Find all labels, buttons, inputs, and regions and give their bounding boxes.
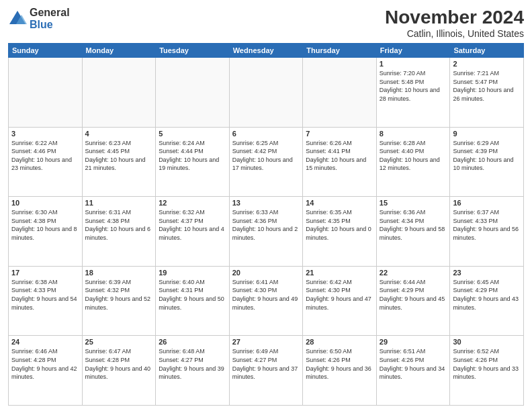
day-info: Sunrise: 6:24 AMSunset: 4:44 PMDaylight:… xyxy=(159,139,226,173)
table-row: 27Sunrise: 6:49 AMSunset: 4:27 PMDayligh… xyxy=(229,336,303,406)
table-row xyxy=(156,58,230,128)
day-info: Sunrise: 6:40 AMSunset: 4:31 PMDaylight:… xyxy=(159,278,226,312)
day-number: 30 xyxy=(453,338,521,346)
logo-blue-text: Blue xyxy=(30,19,70,31)
day-info: Sunrise: 6:45 AMSunset: 4:29 PMDaylight:… xyxy=(453,278,521,312)
logo-text: General Blue xyxy=(30,7,70,30)
day-number: 27 xyxy=(232,338,300,346)
day-info: Sunrise: 6:50 AMSunset: 4:26 PMDaylight:… xyxy=(306,347,373,381)
table-row: 30Sunrise: 6:52 AMSunset: 4:26 PMDayligh… xyxy=(450,336,524,406)
day-number: 11 xyxy=(85,199,153,207)
col-thursday: Thursday xyxy=(303,44,377,58)
day-number: 17 xyxy=(11,269,79,277)
col-tuesday: Tuesday xyxy=(156,44,230,58)
day-number: 20 xyxy=(232,269,300,277)
day-info: Sunrise: 6:44 AMSunset: 4:29 PMDaylight:… xyxy=(380,278,447,312)
table-row: 13Sunrise: 6:33 AMSunset: 4:36 PMDayligh… xyxy=(229,197,303,267)
day-info: Sunrise: 6:38 AMSunset: 4:33 PMDaylight:… xyxy=(11,278,79,312)
day-info: Sunrise: 6:52 AMSunset: 4:26 PMDaylight:… xyxy=(453,347,521,381)
day-info: Sunrise: 6:26 AMSunset: 4:41 PMDaylight:… xyxy=(306,139,373,173)
day-number: 22 xyxy=(380,269,447,277)
day-info: Sunrise: 6:41 AMSunset: 4:30 PMDaylight:… xyxy=(232,278,300,312)
day-number: 12 xyxy=(159,199,226,207)
table-row: 18Sunrise: 6:39 AMSunset: 4:32 PMDayligh… xyxy=(82,266,156,336)
day-number: 14 xyxy=(306,199,373,207)
day-info: Sunrise: 6:31 AMSunset: 4:38 PMDaylight:… xyxy=(85,208,153,242)
page: General Blue November 2024 Catlin, Illin… xyxy=(0,0,532,411)
table-row: 17Sunrise: 6:38 AMSunset: 4:33 PMDayligh… xyxy=(9,266,83,336)
day-info: Sunrise: 6:32 AMSunset: 4:37 PMDaylight:… xyxy=(159,208,226,242)
day-info: Sunrise: 6:37 AMSunset: 4:33 PMDaylight:… xyxy=(453,208,521,242)
table-row: 16Sunrise: 6:37 AMSunset: 4:33 PMDayligh… xyxy=(450,197,524,267)
day-info: Sunrise: 6:30 AMSunset: 4:38 PMDaylight:… xyxy=(11,208,79,242)
day-number: 29 xyxy=(380,338,447,346)
col-monday: Monday xyxy=(82,44,156,58)
day-number: 18 xyxy=(85,269,153,277)
day-info: Sunrise: 6:29 AMSunset: 4:39 PMDaylight:… xyxy=(453,139,521,173)
day-info: Sunrise: 6:23 AMSunset: 4:45 PMDaylight:… xyxy=(85,139,153,173)
table-row: 5Sunrise: 6:24 AMSunset: 4:44 PMDaylight… xyxy=(156,127,230,197)
day-number: 21 xyxy=(306,269,373,277)
calendar-week-row: 10Sunrise: 6:30 AMSunset: 4:38 PMDayligh… xyxy=(9,197,524,267)
table-row xyxy=(82,58,156,128)
day-number: 28 xyxy=(306,338,373,346)
day-number: 24 xyxy=(11,338,79,346)
col-sunday: Sunday xyxy=(9,44,83,58)
day-number: 19 xyxy=(159,269,226,277)
table-row xyxy=(229,58,303,128)
day-number: 4 xyxy=(85,130,153,138)
table-row: 23Sunrise: 6:45 AMSunset: 4:29 PMDayligh… xyxy=(450,266,524,336)
table-row xyxy=(9,58,83,128)
day-number: 9 xyxy=(453,130,521,138)
day-info: Sunrise: 6:35 AMSunset: 4:35 PMDaylight:… xyxy=(306,208,373,242)
day-number: 10 xyxy=(11,199,79,207)
table-row xyxy=(303,58,377,128)
col-wednesday: Wednesday xyxy=(229,44,303,58)
table-row: 1Sunrise: 7:20 AMSunset: 5:48 PMDaylight… xyxy=(376,58,450,128)
day-number: 8 xyxy=(380,130,447,138)
day-info: Sunrise: 6:49 AMSunset: 4:27 PMDaylight:… xyxy=(232,347,300,381)
table-row: 24Sunrise: 6:46 AMSunset: 4:28 PMDayligh… xyxy=(9,336,83,406)
day-info: Sunrise: 6:48 AMSunset: 4:27 PMDaylight:… xyxy=(159,347,226,381)
calendar-header-row: Sunday Monday Tuesday Wednesday Thursday… xyxy=(9,44,524,58)
table-row: 11Sunrise: 6:31 AMSunset: 4:38 PMDayligh… xyxy=(82,197,156,267)
day-info: Sunrise: 6:46 AMSunset: 4:28 PMDaylight:… xyxy=(11,347,79,381)
logo-general-text: General xyxy=(30,7,70,19)
day-info: Sunrise: 7:21 AMSunset: 5:47 PMDaylight:… xyxy=(453,69,521,103)
title-section: November 2024 Catlin, Illinois, United S… xyxy=(385,7,524,39)
day-number: 13 xyxy=(232,199,300,207)
day-info: Sunrise: 6:22 AMSunset: 4:46 PMDaylight:… xyxy=(11,139,79,173)
table-row: 20Sunrise: 6:41 AMSunset: 4:30 PMDayligh… xyxy=(229,266,303,336)
day-number: 6 xyxy=(232,130,300,138)
day-info: Sunrise: 6:33 AMSunset: 4:36 PMDaylight:… xyxy=(232,208,300,242)
table-row: 4Sunrise: 6:23 AMSunset: 4:45 PMDaylight… xyxy=(82,127,156,197)
table-row: 8Sunrise: 6:28 AMSunset: 4:40 PMDaylight… xyxy=(376,127,450,197)
table-row: 29Sunrise: 6:51 AMSunset: 4:26 PMDayligh… xyxy=(376,336,450,406)
day-info: Sunrise: 6:42 AMSunset: 4:30 PMDaylight:… xyxy=(306,278,373,312)
table-row: 21Sunrise: 6:42 AMSunset: 4:30 PMDayligh… xyxy=(303,266,377,336)
day-number: 16 xyxy=(453,199,521,207)
main-title: November 2024 xyxy=(385,7,524,28)
day-info: Sunrise: 6:25 AMSunset: 4:42 PMDaylight:… xyxy=(232,139,300,173)
table-row: 6Sunrise: 6:25 AMSunset: 4:42 PMDaylight… xyxy=(229,127,303,197)
table-row: 25Sunrise: 6:47 AMSunset: 4:28 PMDayligh… xyxy=(82,336,156,406)
table-row: 19Sunrise: 6:40 AMSunset: 4:31 PMDayligh… xyxy=(156,266,230,336)
table-row: 14Sunrise: 6:35 AMSunset: 4:35 PMDayligh… xyxy=(303,197,377,267)
calendar-table: Sunday Monday Tuesday Wednesday Thursday… xyxy=(8,43,524,406)
day-info: Sunrise: 6:51 AMSunset: 4:26 PMDaylight:… xyxy=(380,347,447,381)
day-number: 26 xyxy=(159,338,226,346)
day-info: Sunrise: 6:36 AMSunset: 4:34 PMDaylight:… xyxy=(380,208,447,242)
calendar-week-row: 3Sunrise: 6:22 AMSunset: 4:46 PMDaylight… xyxy=(9,127,524,197)
logo: General Blue xyxy=(8,7,70,30)
day-number: 1 xyxy=(380,60,447,68)
day-number: 15 xyxy=(380,199,447,207)
table-row: 22Sunrise: 6:44 AMSunset: 4:29 PMDayligh… xyxy=(376,266,450,336)
day-number: 23 xyxy=(453,269,521,277)
day-number: 5 xyxy=(159,130,226,138)
table-row: 3Sunrise: 6:22 AMSunset: 4:46 PMDaylight… xyxy=(9,127,83,197)
day-info: Sunrise: 6:47 AMSunset: 4:28 PMDaylight:… xyxy=(85,347,153,381)
col-saturday: Saturday xyxy=(450,44,524,58)
calendar-week-row: 1Sunrise: 7:20 AMSunset: 5:48 PMDaylight… xyxy=(9,58,524,128)
subtitle: Catlin, Illinois, United States xyxy=(385,28,524,39)
table-row: 9Sunrise: 6:29 AMSunset: 4:39 PMDaylight… xyxy=(450,127,524,197)
